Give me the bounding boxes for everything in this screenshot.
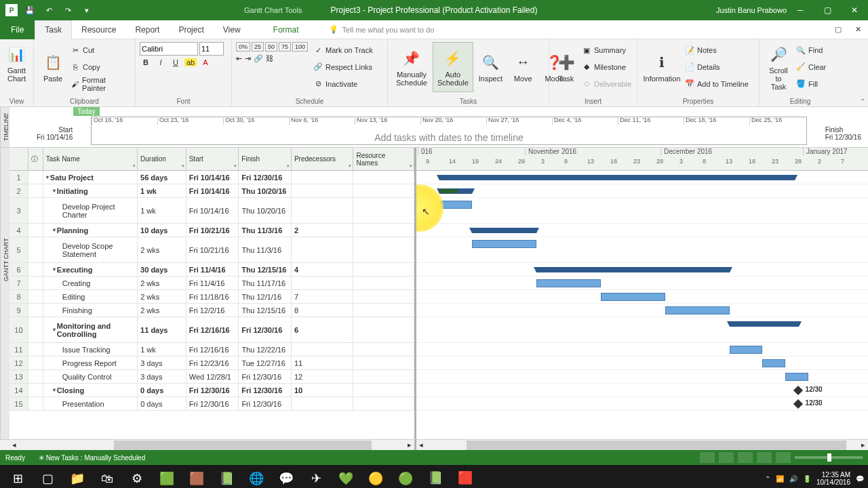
milestone-marker[interactable] xyxy=(793,399,803,409)
gantt-row[interactable] xyxy=(416,224,868,237)
deliverable-button[interactable]: ◇Deliverable xyxy=(579,77,634,92)
task-row[interactable]: 2▾Initiating1 wkFri 10/14/16Thu 10/20/16 xyxy=(9,184,414,198)
underline-button[interactable]: U xyxy=(170,58,182,66)
details-button[interactable]: 📄Details xyxy=(682,60,755,75)
pct-75-button[interactable]: 75 xyxy=(279,42,291,52)
highlight-button[interactable]: ab xyxy=(184,58,197,66)
collapse-ribbon-icon[interactable]: ⌃ xyxy=(860,98,865,105)
gantt-chart-button[interactable]: 📊 Gantt Chart xyxy=(4,42,29,84)
gantt-row[interactable]: 12/30 xyxy=(416,384,868,397)
telegram-button[interactable]: ✈ xyxy=(301,466,331,488)
add-timeline-button[interactable]: 📅Add to Timeline xyxy=(682,77,755,92)
font-name-input[interactable] xyxy=(140,42,198,56)
tab-format[interactable]: Format xyxy=(264,20,309,39)
format-painter-button[interactable]: 🖌Format Painter xyxy=(68,77,131,92)
tab-task[interactable]: Task xyxy=(35,20,72,39)
settings-button[interactable]: ⚙ xyxy=(122,466,152,488)
col-start-header[interactable]: Start▾ xyxy=(186,148,239,170)
summary-bar[interactable] xyxy=(730,321,799,327)
save-icon[interactable]: 💾 xyxy=(23,3,37,17)
task-insert-button[interactable]: ➕Task xyxy=(553,42,579,92)
pct-100-button[interactable]: 100 xyxy=(292,42,308,52)
gantt-row[interactable] xyxy=(416,171,868,184)
col-pred-header[interactable]: Predecessors▾ xyxy=(292,148,354,170)
col-duration-header[interactable]: Duration▾ xyxy=(138,148,186,170)
font-size-input[interactable] xyxy=(199,42,224,56)
task-row[interactable]: 15Presentation0 daysFri 12/30/16Fri 12/3… xyxy=(9,397,414,411)
task-row[interactable]: 13Quality Control3 daysWed 12/28/1Fri 12… xyxy=(9,370,414,384)
gantt-chart[interactable]: 016November 2016December 2016January 201… xyxy=(416,148,868,439)
col-taskname-header[interactable]: Task Name▾ xyxy=(43,148,138,170)
inspect-button[interactable]: 🔍Inspect xyxy=(475,42,507,92)
link-button[interactable]: 🔗 xyxy=(254,54,263,63)
gantt-row[interactable] xyxy=(416,343,868,357)
notes-button[interactable]: 📝Notes xyxy=(682,43,755,58)
store-button[interactable]: 🛍 xyxy=(92,466,122,488)
tray-volume-icon[interactable]: 🔊 xyxy=(789,475,797,483)
inactivate-button[interactable]: ⊘Inactivate xyxy=(311,77,383,92)
tab-project[interactable]: Project xyxy=(169,20,213,39)
task-row[interactable]: 7Creating2 wksFri 11/4/16Thu 11/17/16 xyxy=(9,277,414,290)
task-row[interactable]: 14▾Closing0 daysFri 12/30/16Fri 12/30/16… xyxy=(9,384,414,397)
ribbon-close-icon[interactable]: ✕ xyxy=(855,25,861,34)
view-gantt-button[interactable] xyxy=(700,452,715,463)
gantt-row[interactable] xyxy=(416,317,868,343)
horizontal-scrollbars[interactable]: ◂▸ ◂▸ xyxy=(0,439,868,450)
cut-button[interactable]: ✂Cut xyxy=(68,43,131,58)
gantt-row[interactable]: 12/30 xyxy=(416,397,868,411)
tab-report[interactable]: Report xyxy=(125,20,169,39)
gantt-row[interactable] xyxy=(416,237,868,263)
tray-up-icon[interactable]: ⌃ xyxy=(765,475,770,483)
tray-wifi-icon[interactable]: 📶 xyxy=(776,475,784,483)
maximize-icon[interactable]: ▢ xyxy=(814,0,841,20)
summary-button[interactable]: ▣Summary xyxy=(579,43,634,58)
summary-bar[interactable] xyxy=(472,228,536,233)
undo-icon[interactable]: ↶ xyxy=(42,3,56,17)
task-row[interactable]: 9Finishing2 wksFri 12/2/16Thu 12/15/168 xyxy=(9,304,414,317)
app-button-2[interactable]: 🟫 xyxy=(182,466,212,488)
task-bar[interactable] xyxy=(439,201,472,209)
zoom-slider[interactable] xyxy=(795,456,863,459)
summary-bar[interactable] xyxy=(536,267,730,272)
tab-view[interactable]: View xyxy=(214,20,250,39)
copy-button[interactable]: ⎘Copy xyxy=(68,60,131,75)
task-row[interactable]: 12Progress Report3 daysFri 12/23/16Tue 1… xyxy=(9,357,414,370)
task-bar[interactable] xyxy=(730,346,762,354)
move-button[interactable]: ↔Move xyxy=(508,42,538,92)
respect-links-button[interactable]: 🔗Respect Links xyxy=(311,60,383,75)
excel-button[interactable]: 📗 xyxy=(212,466,241,488)
task-view-button[interactable]: ▢ xyxy=(33,466,62,488)
col-id-header[interactable] xyxy=(9,148,28,170)
gantt-row[interactable] xyxy=(416,370,868,384)
task-bar[interactable] xyxy=(472,240,536,248)
indent-button[interactable]: ⇥ xyxy=(245,54,251,63)
start-button[interactable]: ⊞ xyxy=(3,466,33,488)
task-row[interactable]: 5Develop Scope Statement2 wksFri 10/21/1… xyxy=(9,237,414,263)
gantt-row[interactable] xyxy=(416,357,868,370)
view-team-planner-button[interactable] xyxy=(738,452,753,463)
ribbon-restore-icon[interactable]: ▢ xyxy=(835,25,842,34)
pct-25-button[interactable]: 25 xyxy=(252,42,264,52)
auto-schedule-button[interactable]: ⚡Auto Schedule xyxy=(433,42,473,92)
gantt-row[interactable] xyxy=(416,263,868,277)
view-task-usage-button[interactable] xyxy=(719,452,734,463)
italic-button[interactable]: I xyxy=(155,58,167,66)
fill-button[interactable]: 🪣Fill xyxy=(793,77,837,92)
find-button[interactable]: 🔍Find xyxy=(793,43,837,58)
view-report-button[interactable] xyxy=(776,452,791,463)
task-row[interactable]: 11Issue Tracking1 wkFri 12/16/16Thu 12/2… xyxy=(9,343,414,357)
app-button-3[interactable]: 🟢 xyxy=(391,466,420,488)
gantt-row[interactable] xyxy=(416,198,868,224)
task-bar[interactable] xyxy=(785,373,808,381)
paste-button[interactable]: 📋 Paste xyxy=(38,42,68,92)
col-resource-header[interactable]: Resource Names▾ xyxy=(353,148,414,170)
unlink-button[interactable]: ⛓ xyxy=(266,54,273,63)
milestone-button[interactable]: ◆Milestone xyxy=(579,60,634,75)
task-bar[interactable] xyxy=(762,359,785,367)
tab-file[interactable]: File xyxy=(0,20,35,39)
gantt-row[interactable] xyxy=(416,277,868,290)
summary-bar[interactable] xyxy=(439,175,795,180)
gantt-row[interactable] xyxy=(416,290,868,304)
scroll-to-task-button[interactable]: 🔎Scroll to Task xyxy=(764,42,793,92)
outdent-button[interactable]: ⇤ xyxy=(236,54,242,63)
